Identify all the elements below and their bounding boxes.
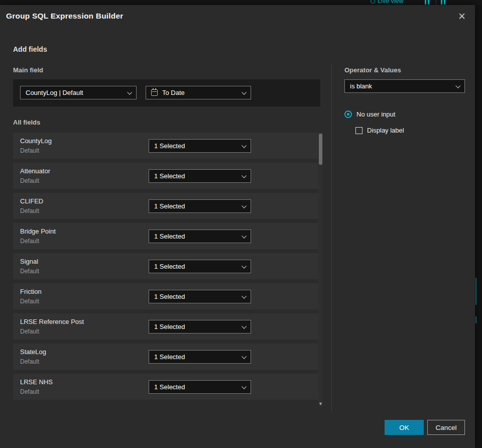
operator-select[interactable]: is blank bbox=[344, 79, 465, 93]
live-view-label: Live view bbox=[378, 0, 403, 5]
backdrop-edge-mark bbox=[475, 278, 476, 305]
field-name: Bridge Point bbox=[20, 228, 56, 235]
select-value: 1 Selected bbox=[154, 233, 185, 240]
fields-list-scrollbar[interactable]: ▼ bbox=[318, 133, 323, 407]
select-value: 1 Selected bbox=[154, 293, 185, 300]
field-subtitle: Default bbox=[20, 328, 39, 335]
cancel-button[interactable]: Cancel bbox=[427, 420, 465, 435]
chevron-down-icon bbox=[242, 234, 247, 239]
no-user-input-radio[interactable]: No user input bbox=[344, 110, 395, 118]
toolbar-icon-bar[interactable] bbox=[428, 0, 429, 5]
field-name: CLIFED bbox=[20, 197, 43, 205]
chevron-down-icon bbox=[242, 143, 247, 148]
field-selected-dropdown[interactable]: 1 Selected bbox=[149, 380, 251, 394]
main-field-label: Main field bbox=[13, 66, 43, 74]
chevron-down-icon bbox=[242, 173, 247, 178]
field-selected-dropdown[interactable]: 1 Selected bbox=[149, 260, 251, 273]
radio-label: No user input bbox=[356, 110, 395, 118]
toolbar-separator bbox=[436, 0, 436, 5]
column-divider bbox=[331, 64, 332, 412]
select-value: 1 Selected bbox=[154, 353, 185, 361]
field-row-bridge-point: Bridge Point Default 1 Selected bbox=[13, 223, 320, 249]
live-view-toolbar-item[interactable]: Live view bbox=[371, 0, 403, 5]
field-selected-dropdown[interactable]: 1 Selected bbox=[149, 290, 251, 303]
dialog-header: Group SQL Expression Builder ✕ bbox=[0, 5, 475, 27]
main-field-date-select[interactable]: To Date bbox=[146, 86, 251, 99]
select-value: 1 Selected bbox=[154, 263, 185, 270]
backdrop-edge-mark bbox=[475, 316, 476, 323]
field-subtitle: Default bbox=[20, 207, 39, 214]
field-name: StateLog bbox=[20, 348, 46, 356]
main-field-date-value: To Date bbox=[162, 89, 185, 96]
live-view-icon bbox=[371, 0, 375, 4]
checkbox-unchecked-icon bbox=[355, 127, 363, 134]
field-subtitle: Default bbox=[20, 177, 39, 184]
field-row-attenuator: Attenuator Default 1 Selected bbox=[13, 163, 320, 189]
field-selected-dropdown[interactable]: 1 Selected bbox=[149, 320, 251, 333]
chevron-down-icon bbox=[455, 83, 460, 88]
field-name: LRSE NHS bbox=[20, 378, 53, 386]
chevron-down-icon bbox=[242, 354, 247, 359]
chevron-down-icon bbox=[242, 384, 247, 389]
field-selected-dropdown[interactable]: 1 Selected bbox=[149, 139, 251, 153]
select-value: 1 Selected bbox=[154, 383, 185, 391]
field-row-statelog: StateLog Default 1 Selected bbox=[13, 344, 320, 370]
field-name: LRSE Reference Post bbox=[20, 318, 84, 325]
field-selected-dropdown[interactable]: 1 Selected bbox=[149, 230, 251, 243]
field-selected-dropdown[interactable]: 1 Selected bbox=[149, 169, 251, 183]
toolbar-icon-bar[interactable] bbox=[444, 0, 445, 5]
select-value: 1 Selected bbox=[154, 323, 185, 330]
select-value: 1 Selected bbox=[154, 202, 185, 210]
toolbar-icon-bar[interactable] bbox=[441, 0, 442, 5]
chevron-down-icon bbox=[242, 264, 247, 269]
radio-selected-icon bbox=[344, 110, 352, 118]
main-field-select[interactable]: CountyLog | Default bbox=[20, 86, 137, 99]
field-row-lrse-nhs: LRSE NHS Default 1 Selected bbox=[13, 374, 320, 400]
field-row-signal: Signal Default 1 Selected bbox=[13, 253, 320, 279]
chevron-down-icon bbox=[242, 203, 247, 208]
main-field-select-value: CountyLog | Default bbox=[26, 89, 83, 96]
field-name: CountyLog bbox=[20, 137, 52, 145]
operator-select-value: is blank bbox=[350, 82, 372, 90]
field-selected-dropdown[interactable]: 1 Selected bbox=[149, 350, 251, 364]
scrollbar-thumb[interactable] bbox=[319, 134, 322, 165]
field-selected-dropdown[interactable]: 1 Selected bbox=[149, 199, 251, 213]
display-label-checkbox[interactable]: Display label bbox=[355, 127, 404, 134]
field-row-lrse-reference-post: LRSE Reference Post Default 1 Selected bbox=[13, 313, 320, 340]
all-fields-label: All fields bbox=[13, 119, 40, 126]
all-fields-list: CountyLog Default 1 Selected Attenuator … bbox=[13, 133, 320, 404]
add-fields-heading: Add fields bbox=[13, 45, 47, 53]
close-icon[interactable]: ✕ bbox=[456, 10, 468, 23]
select-value: 1 Selected bbox=[154, 142, 185, 150]
group-sql-expression-builder-dialog: Group SQL Expression Builder ✕ Add field… bbox=[0, 5, 475, 448]
field-name: Attenuator bbox=[20, 167, 50, 175]
field-subtitle: Default bbox=[20, 238, 39, 245]
field-subtitle: Default bbox=[20, 298, 39, 305]
checkbox-label: Display label bbox=[367, 127, 404, 134]
chevron-down-icon bbox=[242, 324, 247, 329]
field-subtitle: Default bbox=[20, 358, 39, 365]
field-subtitle: Default bbox=[20, 388, 39, 395]
field-row-countylog: CountyLog Default 1 Selected bbox=[13, 133, 320, 159]
main-field-panel: CountyLog | Default To Date bbox=[13, 79, 320, 106]
chevron-down-icon bbox=[242, 90, 247, 95]
field-subtitle: Default bbox=[20, 147, 39, 154]
field-row-clifed: CLIFED Default 1 Selected bbox=[13, 193, 320, 219]
chevron-down-icon bbox=[242, 294, 247, 299]
field-subtitle: Default bbox=[20, 268, 39, 275]
operator-values-label: Operator & Values bbox=[344, 66, 401, 74]
field-name: Signal bbox=[20, 258, 38, 265]
app-backdrop: Live view bbox=[0, 0, 482, 5]
scroll-down-arrow-icon[interactable]: ▼ bbox=[318, 401, 323, 407]
field-name: Friction bbox=[20, 288, 42, 295]
ok-button[interactable]: OK bbox=[385, 420, 424, 435]
dialog-title: Group SQL Expression Builder bbox=[6, 12, 124, 21]
field-row-friction: Friction Default 1 Selected bbox=[13, 283, 320, 309]
toolbar-icon-bar[interactable] bbox=[425, 0, 426, 5]
page: Live view Group SQL Expression Builder ✕… bbox=[0, 0, 482, 448]
chevron-down-icon bbox=[127, 90, 132, 95]
select-value: 1 Selected bbox=[154, 172, 185, 180]
calendar-icon bbox=[151, 89, 158, 96]
